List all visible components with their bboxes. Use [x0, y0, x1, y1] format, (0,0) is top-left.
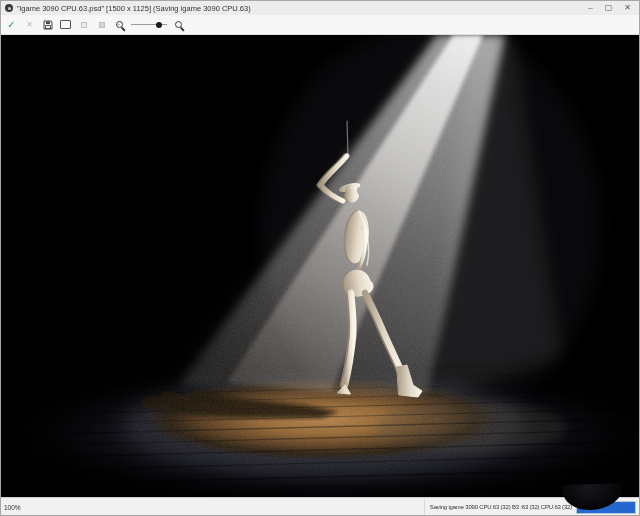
zoom-out-icon: - — [116, 21, 123, 28]
zoom-out-button[interactable]: - — [113, 17, 126, 32]
render-window: "igame 3090 CPU.63.psd" [1500 x 1125] (S… — [0, 0, 640, 516]
zoom-slider-knob[interactable] — [156, 22, 162, 28]
save-button[interactable] — [41, 17, 54, 32]
option-b-button[interactable] — [95, 17, 108, 32]
window-title: "igame 3090 CPU.63.psd" [1500 x 1125] (S… — [17, 4, 588, 13]
floppy-icon — [43, 20, 53, 30]
option-a-button[interactable] — [77, 17, 90, 32]
apply-button[interactable]: ✓ — [5, 17, 18, 32]
minimize-button[interactable]: – — [588, 1, 592, 15]
status-text: Saving igame 3090 CPU.63 (32) B3 :63 (32… — [424, 499, 572, 516]
close-button[interactable]: ✕ — [624, 1, 631, 15]
cancel-button[interactable]: ✕ — [23, 17, 36, 32]
zoom-level: 100% — [4, 504, 21, 511]
zoom-slider[interactable] — [131, 17, 167, 32]
check-icon: ✓ — [7, 20, 15, 30]
render-image — [1, 35, 639, 497]
marquee-icon — [60, 20, 71, 29]
app-icon — [5, 4, 13, 12]
zoom-in-button[interactable] — [172, 17, 185, 32]
render-viewport[interactable] — [1, 35, 639, 497]
zoom-in-icon — [175, 21, 182, 28]
maximize-button[interactable]: ▢ — [605, 1, 613, 15]
titlebar: "igame 3090 CPU.63.psd" [1500 x 1125] (S… — [1, 1, 639, 15]
toolbar: ✓ ✕ - — [1, 15, 639, 35]
statusbar: 100% Saving igame 3090 CPU.63 (32) B3 :6… — [1, 497, 639, 516]
option-a-icon — [81, 22, 87, 28]
option-b-icon — [99, 22, 105, 28]
cancel-icon: ✕ — [26, 20, 33, 30]
copy-region-button[interactable] — [59, 17, 72, 32]
render-noise — [1, 35, 639, 497]
